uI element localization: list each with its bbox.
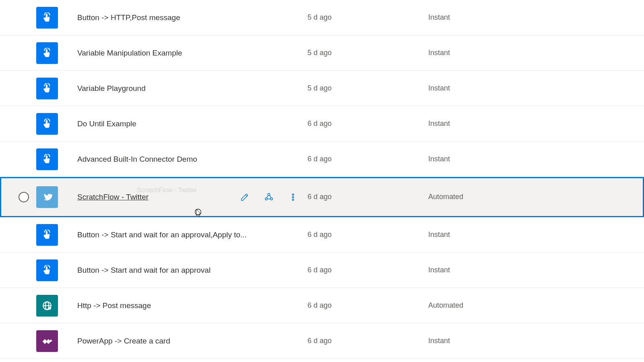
flow-row[interactable]: Button -> Start and wait for an approval… [0,253,644,288]
type-cell: Instant [428,155,644,163]
modified-cell: 6 d ago [308,301,428,310]
flow-name-cell: Variable Manipulation Example [58,49,308,58]
flow-row[interactable]: Do Until Example6 d agoInstant [0,106,644,142]
type-cell: Instant [428,230,644,239]
tap-icon [36,78,58,99]
modified-cell: 6 d ago [308,337,428,345]
type-cell: Automated [428,193,644,201]
modified-cell: 6 d ago [308,266,428,274]
flow-row[interactable]: Button -> Start and wait for an approval… [0,217,644,253]
flow-name-cell: Variable Playground [58,84,308,93]
flow-row[interactable]: ScratchFlow - TwitterScratchFlow - Twitt… [0,177,644,217]
flow-row[interactable]: Http -> Post message6 d agoAutomated [0,288,644,323]
flow-name[interactable]: ScratchFlow - Twitter [77,193,149,202]
flow-row[interactable]: Advanced Built-In Connector Demo6 d agoI… [0,142,644,177]
flow-name-cell: Advanced Built-In Connector Demo [58,155,308,164]
flow-name-cell: PowerApp -> Create a card [58,337,308,346]
tap-icon [36,42,58,64]
twitter-icon [36,186,58,208]
flow-name[interactable]: Button -> Start and wait for an approval [77,266,211,275]
type-cell: Instant [428,337,644,345]
flow-name-cell: Do Until Example [58,119,308,128]
flow-name[interactable]: Advanced Built-In Connector Demo [77,155,197,164]
flow-row[interactable]: Variable Playground5 d agoInstant [0,71,644,106]
flow-name-cell: Button -> HTTP,Post message [58,13,308,22]
modified-cell: 6 d ago [308,155,428,163]
type-cell: Instant [428,266,644,274]
flow-name[interactable]: Http -> Post message [77,301,151,310]
share-button[interactable] [262,191,275,204]
flow-name-cell: ScratchFlow - TwitterScratchFlow - Twitt… [58,191,308,204]
type-cell: Instant [428,119,644,128]
cursor-icon [194,208,203,218]
edit-button[interactable] [238,191,251,204]
type-cell: Automated [428,301,644,310]
modified-cell: 5 d ago [308,13,428,22]
flow-row[interactable]: PowerApp -> Create a card6 d agoInstant [0,323,644,359]
tap-icon [36,148,58,170]
modified-cell: 5 d ago [308,49,428,57]
flow-name[interactable]: Variable Manipulation Example [77,49,182,58]
flow-name-cell: Http -> Post message [58,301,308,310]
flow-list: Button -> HTTP,Post message5 d agoInstan… [0,0,644,359]
diamond-icon [36,330,58,352]
flow-name[interactable]: Do Until Example [77,119,136,128]
type-cell: Instant [428,13,644,22]
flow-name[interactable]: Variable Playground [77,84,146,93]
flow-name[interactable]: Button -> Start and wait for an approval… [77,230,247,239]
tap-icon [36,224,58,246]
flow-row[interactable]: Button -> HTTP,Post message5 d agoInstan… [0,0,644,35]
tap-icon [36,7,58,29]
flow-name[interactable]: PowerApp -> Create a card [77,337,170,346]
flow-name-cell: Button -> Start and wait for an approval [58,266,308,275]
tap-icon [36,259,58,281]
flow-row[interactable]: Variable Manipulation Example5 d agoInst… [0,35,644,71]
type-cell: Instant [428,49,644,57]
more-menu-button[interactable] [287,191,299,204]
globe-icon [36,295,58,317]
modified-cell: 6 d ago [308,119,428,128]
row-actions [238,191,308,204]
modified-cell: 6 d ago [308,193,428,201]
flow-name-cell: Button -> Start and wait for an approval… [58,230,308,239]
select-radio[interactable] [19,192,29,202]
tap-icon [36,113,58,135]
modified-cell: 6 d ago [308,230,428,239]
type-cell: Instant [428,84,644,93]
flow-name[interactable]: Button -> HTTP,Post message [77,13,180,22]
modified-cell: 5 d ago [308,84,428,93]
